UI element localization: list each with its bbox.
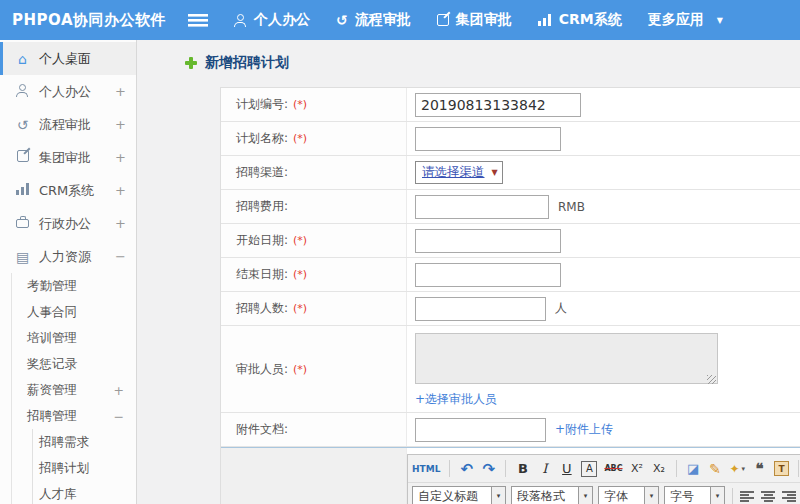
nav-more-apps[interactable]: 更多应用 ▼: [648, 11, 723, 29]
redo-icon[interactable]: ↷: [481, 459, 496, 479]
nav-label: 集团审批: [456, 11, 512, 29]
custom-heading-select[interactable]: 自定义标题 ▾: [412, 486, 506, 504]
sidebar-item-label: 人才库: [39, 486, 77, 503]
italic-button[interactable]: I: [537, 459, 552, 479]
sidebar-item-human-resources[interactable]: ▤ 人力资源 −: [0, 240, 136, 273]
required-mark: (*): [293, 98, 307, 111]
select-value: 字体: [599, 488, 644, 504]
form-row-start-date: 开始日期: (*): [221, 224, 800, 258]
expand-icon[interactable]: +: [115, 216, 126, 231]
chevron-down-icon: ▾: [742, 465, 746, 473]
nav-group-approval[interactable]: 集团审批: [437, 11, 512, 29]
nav-crm-system[interactable]: CRM系统: [538, 11, 622, 29]
form-row-attachment: 附件文档: +附件上传: [221, 413, 800, 447]
strikethrough-button[interactable]: ABC: [604, 459, 622, 479]
font-family-select[interactable]: 字体 ▾: [598, 486, 659, 504]
end-date-input[interactable]: [415, 263, 561, 287]
sidebar-item-recruit-plan[interactable]: 招聘计划: [33, 455, 136, 481]
nav-workflow-approval[interactable]: ↺ 流程审批: [336, 11, 411, 29]
nav-label: 流程审批: [355, 11, 411, 29]
editor-empty-label: [221, 448, 407, 504]
page-title-text: 新增招聘计划: [205, 54, 289, 72]
collapse-icon[interactable]: −: [114, 409, 124, 424]
main-content: 新增招聘计划 计划编号: (*) 计划名称: (*): [137, 40, 800, 504]
wand-glyph: ✦: [730, 462, 740, 476]
channel-select[interactable]: 请选择渠道 ▼: [415, 161, 503, 184]
expand-icon[interactable]: +: [115, 150, 126, 165]
eraser-icon[interactable]: ◪: [686, 459, 701, 479]
align-right-icon[interactable]: [782, 491, 796, 502]
toolbar-separator: [449, 460, 450, 477]
sidebar-item-crm[interactable]: CRM系统 +: [0, 174, 136, 207]
format-brush-icon[interactable]: ✎: [708, 459, 723, 479]
align-left-icon[interactable]: [740, 491, 754, 502]
chevron-down-icon: ▼: [717, 16, 723, 25]
plan-no-input[interactable]: [415, 93, 581, 117]
sidebar-item-rewards[interactable]: 奖惩记录: [12, 351, 136, 377]
underline-button[interactable]: U: [559, 459, 574, 479]
subscript-button[interactable]: X₂: [652, 459, 667, 479]
sidebar-item-attendance[interactable]: 考勤管理: [12, 273, 136, 299]
chevron-down-icon: ▼: [492, 168, 498, 177]
plan-name-input[interactable]: [415, 127, 561, 151]
form-row-headcount: 招聘人数: (*) 人: [221, 292, 800, 326]
align-center-icon[interactable]: [761, 491, 775, 502]
form-row-plan-no: 计划编号: (*): [221, 88, 800, 122]
expand-icon[interactable]: +: [115, 183, 126, 198]
sidebar-item-recruit-demand[interactable]: 招聘需求: [33, 429, 136, 455]
paste-as-text-icon[interactable]: T: [774, 461, 789, 476]
font-size-select[interactable]: 字号 ▾: [664, 486, 725, 504]
chevron-down-icon: ▾: [491, 487, 505, 504]
sidebar-item-talent-pool[interactable]: 人才库: [33, 481, 136, 504]
sidebar-item-training[interactable]: 培训管理: [12, 325, 136, 351]
expand-icon[interactable]: +: [114, 383, 124, 398]
sidebar-item-workflow-approval[interactable]: ↺ 流程审批 +: [0, 108, 136, 141]
form-row-editor: HTML ↶ ↷ B I U A ABC X² X₂: [221, 447, 800, 504]
sidebar-item-hr-contract[interactable]: 人事合同: [12, 299, 136, 325]
sidebar-item-recruit-mgmt[interactable]: 招聘管理 −: [12, 403, 136, 429]
hamburger-menu-icon[interactable]: [188, 14, 208, 27]
sidebar: ⌂ 个人桌面 个人办公 + ↺ 流程审批 + 集团审批 + CRM系统 + 行政…: [0, 40, 137, 504]
sidebar-item-admin-office[interactable]: 行政办公 +: [0, 207, 136, 240]
field-label: 招聘费用:: [236, 198, 288, 215]
chevron-down-icon: ▾: [710, 487, 724, 504]
attachment-input[interactable]: [415, 418, 546, 442]
bold-button[interactable]: B: [515, 459, 530, 479]
select-approvers-link[interactable]: +选择审批人员: [415, 391, 497, 408]
superscript-button[interactable]: X²: [630, 459, 645, 479]
sidebar-item-salary[interactable]: 薪资管理 +: [12, 377, 136, 403]
chevron-down-icon: ▾: [578, 487, 592, 504]
collapse-icon[interactable]: −: [115, 249, 126, 264]
toolbar-separator: [798, 460, 799, 477]
form-row-fee: 招聘费用: RMB: [221, 190, 800, 224]
autoformat-wand-icon[interactable]: ✦ ▾: [730, 459, 746, 479]
sidebar-item-personal-office[interactable]: 个人办公 +: [0, 75, 136, 108]
nav-personal-office[interactable]: 个人办公: [234, 11, 310, 29]
blockquote-icon[interactable]: ❝: [752, 459, 767, 479]
workflow-icon: ↺: [336, 13, 348, 27]
nav-label: 更多应用: [648, 11, 704, 29]
sidebar-item-group-approval[interactable]: 集团审批 +: [0, 141, 136, 174]
html-source-button[interactable]: HTML: [412, 459, 440, 479]
expand-icon[interactable]: +: [115, 84, 126, 99]
attachment-upload-link[interactable]: +附件上传: [555, 421, 613, 438]
expand-icon[interactable]: +: [115, 117, 126, 132]
font-style-button[interactable]: A: [581, 461, 597, 477]
paragraph-format-select[interactable]: 段落格式 ▾: [511, 486, 593, 504]
sidebar-item-personal-desktop[interactable]: ⌂ 个人桌面: [0, 42, 136, 75]
headcount-unit: 人: [555, 300, 567, 317]
fee-input[interactable]: [415, 195, 549, 219]
select-value: 段落格式: [512, 488, 578, 504]
edit-icon: [17, 150, 29, 162]
start-date-input[interactable]: [415, 229, 561, 253]
required-mark: (*): [293, 132, 307, 145]
plus-icon: [185, 57, 197, 69]
approvers-textarea[interactable]: [415, 333, 718, 384]
toolbar-separator: [505, 460, 506, 477]
form-row-approvers: 审批人员: (*) +选择审批人员: [221, 326, 800, 413]
headcount-input[interactable]: [415, 297, 546, 321]
undo-icon[interactable]: ↶: [459, 459, 474, 479]
field-label: 计划编号:: [236, 96, 288, 113]
sidebar-item-label: 考勤管理: [27, 278, 77, 295]
channel-select-value: 请选择渠道: [422, 164, 485, 181]
